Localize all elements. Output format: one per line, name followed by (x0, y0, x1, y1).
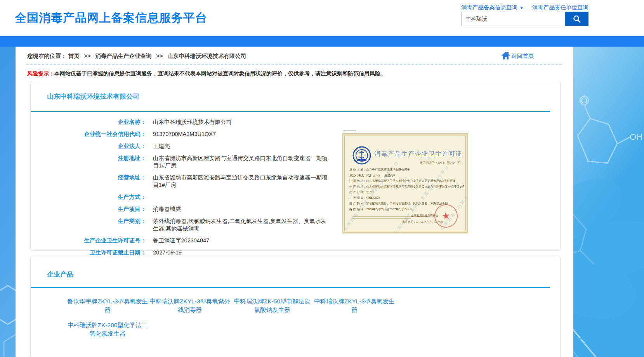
card-title-underline (31, 111, 550, 112)
certificate-title: 消毒产品生产企业卫生许可证 (374, 150, 463, 158)
field-row-credit-code: 企业统一社会信用代码： 91370700MA3M3U1QX7 (31, 131, 380, 138)
field-row-production-category: 生产类别： 紫外线消毒器,次氯酸钠发生器,二氧化氯发生器,臭氧发生器、臭氧水发生… (31, 218, 380, 232)
chevron-down-icon: ▼ (519, 5, 524, 10)
nav-responsible-unit-query[interactable]: 消毒产品责任单位查询 (532, 4, 588, 11)
search-input[interactable] (461, 12, 565, 26)
header: 全国消毒产品网上备案信息服务平台 消毒产品备案信息查询 ▼ 消毒产品责任单位查询 (0, 0, 644, 36)
nav-record-info-query[interactable]: 消毒产品备案信息查询 ▼ (461, 4, 524, 11)
product-link[interactable]: 中科瑞沃牌ZK-200型化学法二氧化氯发生器 (66, 321, 149, 338)
card-title-underline (31, 287, 550, 288)
field-row-production-project: 生产项目： 消毒器械类 (31, 205, 380, 213)
content-panel: 您现在的位置： 首页 >> 消毒产品生产企业查询 >> 山东中科瑞沃环境技术有限… (16, 47, 573, 357)
page: O OH 全国消毒产品网上备案信息服务平台 消毒产品备案信息查询 ▼ 消毒产品责… (0, 0, 644, 357)
product-link[interactable]: 中科瑞沃牌ZKYL-3型臭氧发生器 (313, 297, 396, 314)
field-row-business-address: 经营地址： 山东省潍坊市高新区潍安路与宝通街交叉路口东北角自动变速器一期项目1#… (31, 174, 380, 189)
breadcrumb-item-current: 山东中科瑞沃环境技术有限公司 (168, 53, 246, 59)
company-card: 山东中科瑞沃环境技术有限公司 企业名称： 山东中科瑞沃环境技术有限公司 企业统一… (30, 81, 561, 251)
search-button[interactable] (565, 12, 588, 26)
breadcrumb: 您现在的位置： 首页 >> 消毒产品生产企业查询 >> 山东中科瑞沃环境技术有限… (27, 52, 246, 60)
back-home-label: 返回首页 (511, 52, 534, 60)
company-card-title: 山东中科瑞沃环境技术有限公司 (47, 92, 139, 101)
search-icon (572, 14, 582, 24)
field-row-license-number: 生产企业卫生许可证号： 鲁卫消证字202304047 (31, 237, 380, 244)
products-card-title: 企业产品 (47, 270, 73, 279)
product-link[interactable]: 中科瑞沃牌ZK-50型电解法次氯酸钠发生器 (231, 297, 313, 314)
breadcrumb-item-home[interactable]: 首页 (68, 53, 80, 59)
certificate-artifact-dash (344, 131, 356, 131)
breadcrumb-prefix: 您现在的位置： (27, 53, 67, 59)
company-fields: 企业名称： 山东中科瑞沃环境技术有限公司 企业统一社会信用代码： 9137070… (31, 118, 380, 261)
top-nav: 消毒产品备案信息查询 ▼ 消毒产品责任单位查询 (461, 4, 588, 11)
product-link[interactable]: 鲁沃华宇牌ZKYL-3型臭氧发生器 (66, 297, 149, 314)
product-list: 鲁沃华宇牌ZKYL-3型臭氧发生器 中科瑞沃牌ZKYL-3型臭氧紫外线消毒器 中… (66, 297, 400, 345)
breadcrumb-item-enterprise-query[interactable]: 消毒产品生产企业查询 (95, 53, 152, 59)
health-commission-emblem-icon (352, 146, 371, 165)
risk-notice: 风险提示：本网站仅基于已掌握的信息提供查询服务，查询结果不代表本网站对被查询对象… (27, 70, 386, 77)
site-title: 全国消毒产品网上备案信息服务平台 (15, 10, 207, 26)
field-row-registered-address: 注册地址： 山东省潍坊市高新区潍安路与宝通街交叉路口东北角自动变速器一期项目1#… (31, 155, 380, 169)
products-card: 企业产品 鲁沃华宇牌ZKYL-3型臭氧发生器 中科瑞沃牌ZKYL-3型臭氧紫外线… (30, 256, 561, 357)
svg-text:O: O (581, 96, 587, 105)
certificate-number: 鲁卫消证字（2023）第04047号 (420, 161, 461, 165)
field-row-legal-person: 企业法人： 王建亮 (31, 143, 380, 150)
home-icon (501, 51, 510, 60)
risk-notice-label: 风险提示： (27, 70, 54, 77)
product-link[interactable]: 中科瑞沃牌ZKYL-3型臭氧紫外线消毒器 (149, 297, 231, 314)
risk-notice-text: 本网站仅基于已掌握的信息提供查询服务，查询结果不代表本网站对被查询对象信用状况的… (54, 70, 386, 77)
svg-text:OH: OH (630, 132, 642, 142)
back-home-link[interactable]: 返回首页 (501, 51, 534, 60)
dashed-divider (26, 64, 562, 64)
search-bar (461, 12, 588, 26)
breadcrumb-separator: >> (84, 53, 91, 59)
license-certificate-image: 全国消毒产品网上备案信息服务平台 全国消毒产品网上备案信息服务平台 全国消毒产品… (342, 133, 468, 233)
field-row-company-name: 企业名称： 山东中科瑞沃环境技术有限公司 (31, 118, 380, 126)
header-accent-bar (0, 36, 644, 47)
field-row-production-mode: 生产方式： (31, 193, 380, 201)
breadcrumb-separator: >> (156, 53, 163, 59)
